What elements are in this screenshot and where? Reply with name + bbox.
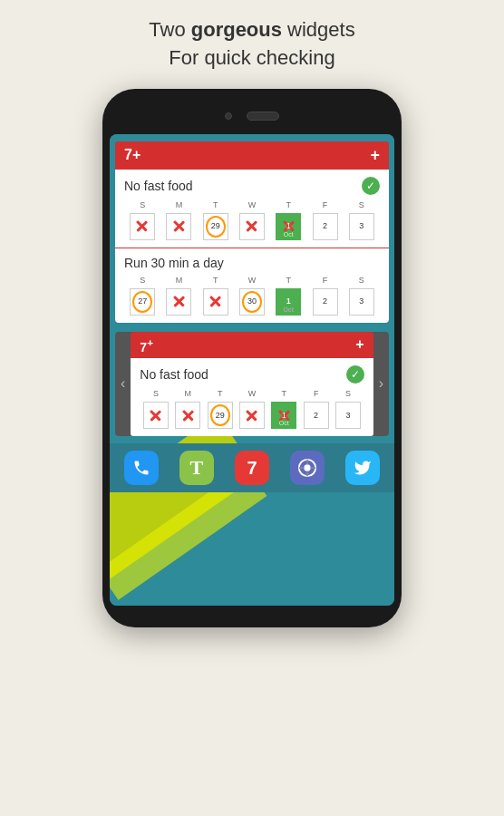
habit-card-2: Run 30 min a day S M T W T F S [115, 248, 389, 323]
x-icon [146, 404, 166, 426]
habit-card-1: No fast food ✓ S M T W T F S [115, 170, 389, 248]
habit-name-2: Run 30 min a day [124, 256, 224, 270]
habit-name-row-1: No fast food ✓ [124, 177, 380, 195]
phone-app-icon[interactable] [124, 451, 159, 485]
camera-icon [225, 112, 232, 120]
cell-t6-today[interactable]: 1 Oct [271, 402, 296, 429]
cell-s4[interactable]: 3 [349, 288, 374, 316]
cell-w1[interactable] [239, 213, 265, 240]
cell-m1[interactable] [166, 213, 191, 240]
cell-f1[interactable]: 2 [313, 213, 338, 240]
cell-f2[interactable]: 2 [313, 288, 338, 316]
habit-name-row-2: Run 30 min a day [124, 256, 380, 270]
day-cells-1: 29 1 Oct 2 3 [124, 213, 380, 240]
habit-name-3: No fast food [140, 367, 208, 382]
phone-screen: 7+ + No fast food ✓ S M T W [110, 134, 394, 606]
speaker-icon [247, 112, 279, 121]
day-labels-3: S M T W T F S [140, 389, 363, 398]
cell-m2[interactable] [166, 288, 191, 316]
day-labels-1: S M T W T F S [124, 200, 380, 209]
phone-top [110, 102, 394, 131]
widget-1: 7+ + No fast food ✓ S M T W [115, 141, 389, 323]
headline: Two gorgeous widgetsFor quick checking [149, 16, 354, 73]
x-icon [206, 291, 226, 313]
widget-2-inner: 7+ + No fast food ✓ S M T [131, 332, 373, 437]
x-icon [169, 216, 189, 238]
cell-s2[interactable]: 3 [349, 213, 374, 240]
widget-area: 7+ + No fast food ✓ S M T W [110, 134, 394, 444]
twitter-app-icon[interactable] [345, 451, 380, 485]
x-icon [178, 404, 198, 426]
headline-bold: gorgeous [191, 18, 282, 41]
habit-name-row-3: No fast food ✓ [140, 365, 363, 384]
x-icon [132, 216, 152, 238]
cell-f3[interactable]: 2 [304, 402, 329, 429]
phone: 7+ + No fast food ✓ S M T W [102, 89, 402, 627]
nav-right-arrow[interactable]: › [373, 375, 389, 392]
chrome-app-icon[interactable] [290, 451, 325, 485]
cell-s6[interactable]: 3 [335, 402, 361, 429]
cell-w2[interactable]: 30 [239, 288, 265, 316]
widget-2-title: 7+ [140, 336, 153, 355]
nav-left-arrow[interactable]: ‹ [115, 375, 131, 392]
widget-1-plus[interactable]: + [370, 146, 380, 165]
cell-s1[interactable] [130, 213, 155, 240]
page-wrapper: Two gorgeous widgetsFor quick checking 7… [0, 0, 504, 816]
cell-t3[interactable] [203, 288, 228, 316]
day-cells-2: 27 30 1 Oct 2 [124, 288, 380, 316]
cell-t2-today[interactable]: 1 Oct [276, 213, 301, 240]
cell-t5[interactable]: 29 [208, 402, 233, 429]
habit-card-3: No fast food ✓ S M T W T F S [131, 358, 373, 436]
seven-app-icon[interactable]: 7 [235, 451, 269, 485]
textra-app-icon[interactable]: T [179, 451, 214, 485]
phone-bottom [110, 606, 394, 615]
cell-t4-today[interactable]: 1 Oct [276, 288, 301, 316]
widget-2-plus[interactable]: + [355, 336, 363, 355]
cell-t1[interactable]: 29 [203, 213, 228, 240]
widget-2-header: 7+ + [131, 332, 373, 359]
day-cells-3: 29 1 Oct 2 3 [140, 402, 363, 429]
cell-m3[interactable] [175, 402, 200, 429]
bottom-app-bar: T 7 [110, 443, 394, 492]
widget-1-title: 7+ [124, 147, 141, 163]
widget-1-header: 7+ + [115, 141, 389, 170]
x-icon [242, 404, 262, 426]
cell-s3[interactable]: 27 [130, 288, 155, 316]
svg-point-1 [304, 465, 310, 471]
checkmark-icon-1: ✓ [362, 177, 380, 195]
widget-2-wrapper: ‹ 7+ + No fast food ✓ S [115, 332, 389, 437]
cell-s5[interactable] [143, 402, 169, 429]
x-icon [169, 291, 189, 313]
day-labels-2: S M T W T F S [124, 276, 380, 285]
x-icon [242, 216, 262, 238]
habit-name-1: No fast food [124, 179, 193, 193]
cell-w3[interactable] [239, 402, 265, 429]
checkmark-icon-2: ✓ [346, 365, 364, 384]
